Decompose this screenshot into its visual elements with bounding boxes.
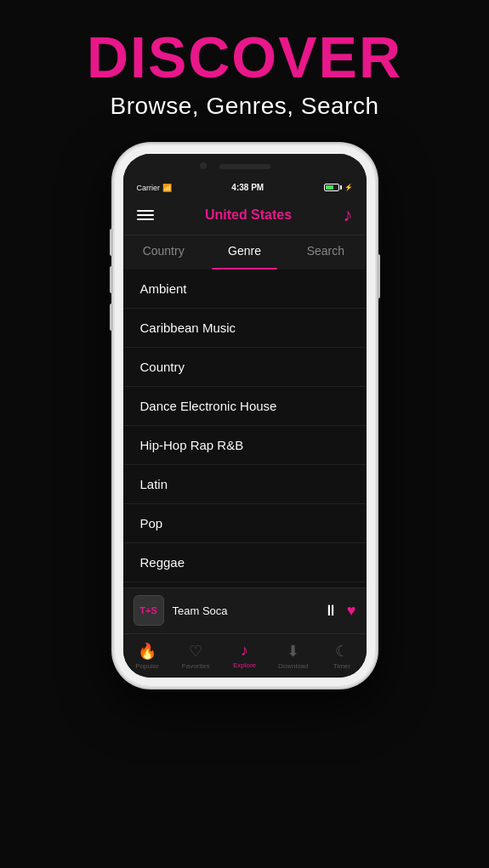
wifi-icon: 📶 <box>162 184 172 192</box>
app-header: United States ♪ <box>123 196 367 235</box>
tab-country[interactable]: Country <box>123 235 204 269</box>
hamburger-line-1 <box>137 210 154 212</box>
nav-label-timer: Timer <box>333 662 350 670</box>
battery-icon <box>324 184 342 191</box>
subtitle: Browse, Genres, Search <box>87 93 402 120</box>
heart-button[interactable]: ♥ <box>347 602 356 620</box>
genre-list: AmbientCaribbean MusicCountryDance Elect… <box>123 269 367 587</box>
battery-tip <box>340 185 342 190</box>
genre-list-item[interactable]: Dance Electronic House <box>123 387 367 426</box>
nav-icon-favorites: ♡ <box>189 642 202 661</box>
track-name: Team Soca <box>173 604 315 617</box>
discover-title: DISCOVER <box>87 26 402 89</box>
notch-speaker <box>219 164 270 169</box>
album-art: T+S <box>134 595 164 626</box>
genre-list-item[interactable]: Pop <box>123 504 367 543</box>
tab-search[interactable]: Search <box>285 235 366 269</box>
nav-icon-popular: 🔥 <box>138 642 156 661</box>
nav-item-timer[interactable]: ☾Timer <box>317 642 366 670</box>
phone-notch-area <box>123 154 367 179</box>
genre-list-item[interactable]: Latin <box>123 465 367 504</box>
phone-screen: Carrier 📶 4:38 PM ⚡ United St <box>123 154 367 678</box>
genre-list-item[interactable]: Country <box>123 348 367 387</box>
nav-icon-explore: ♪ <box>241 642 248 660</box>
nav-icon-download: ⬇ <box>287 642 299 661</box>
tab-genre[interactable]: Genre <box>204 235 285 269</box>
nav-label-popular: Popular <box>135 662 159 670</box>
genre-list-item[interactable]: Caribbean Music <box>123 309 367 348</box>
hamburger-menu-button[interactable] <box>137 210 154 220</box>
bottom-nav: 🔥Popular♡Favorites♪Explore⬇Download☾Time… <box>123 633 367 678</box>
tabs-container: CountryGenreSearch <box>123 235 367 269</box>
battery-body <box>324 184 339 191</box>
nav-item-download[interactable]: ⬇Download <box>269 642 317 670</box>
hamburger-line-2 <box>137 214 154 216</box>
nav-item-popular[interactable]: 🔥Popular <box>123 642 172 670</box>
phone-wrapper: Carrier 📶 4:38 PM ⚡ United St <box>113 144 377 688</box>
nav-item-favorites[interactable]: ♡Favorites <box>172 642 220 670</box>
nav-label-explore: Explore <box>233 661 256 669</box>
app-title: United States <box>205 207 292 223</box>
charging-icon: ⚡ <box>344 184 353 191</box>
status-time: 4:38 PM <box>231 183 264 192</box>
hamburger-line-3 <box>137 218 154 220</box>
battery-fill <box>326 185 334 190</box>
now-playing-bar: T+S Team Soca ⏸ ♥ <box>123 587 367 633</box>
music-note-icon[interactable]: ♪ <box>344 204 353 226</box>
nav-icon-timer: ☾ <box>335 642 349 661</box>
nav-label-favorites: Favorites <box>182 662 210 670</box>
genre-list-item[interactable]: Reggae <box>123 543 367 582</box>
carrier-label: Carrier 📶 <box>137 184 173 192</box>
status-right: ⚡ <box>324 184 353 191</box>
status-bar: Carrier 📶 4:38 PM ⚡ <box>123 179 367 196</box>
play-pause-button[interactable]: ⏸ <box>323 602 338 620</box>
notch-camera <box>200 162 207 169</box>
genre-list-item[interactable]: Hip-Hop Rap R&B <box>123 426 367 465</box>
nav-label-download: Download <box>278 662 309 670</box>
page-header: DISCOVER Browse, Genres, Search <box>87 0 402 128</box>
nav-item-explore[interactable]: ♪Explore <box>220 642 269 669</box>
genre-list-item[interactable]: Ambient <box>123 269 367 309</box>
